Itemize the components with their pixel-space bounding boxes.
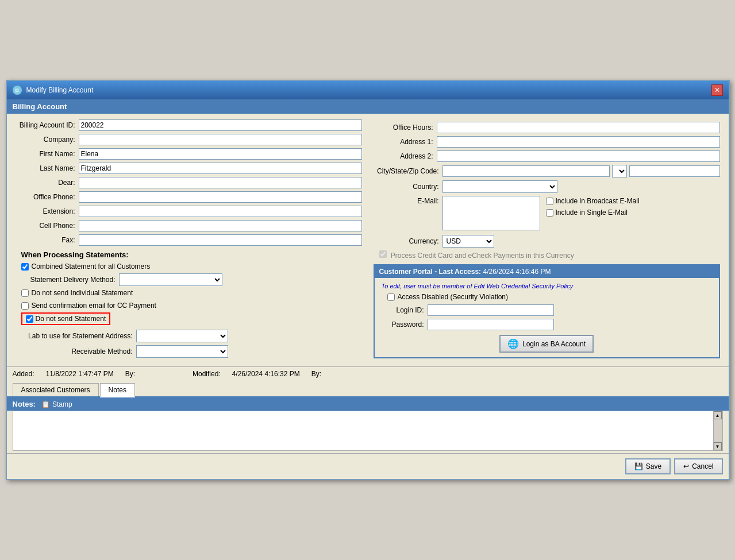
stamp-icon: 📋 — [41, 400, 50, 408]
city-state-zip-label: City/State/Zip Code: — [374, 167, 442, 175]
lab-to-use-select[interactable] — [136, 330, 228, 342]
left-column: Billing Account ID: Company: First Name:… — [16, 119, 362, 361]
company-input[interactable] — [79, 134, 362, 145]
right-column: Office Hours: Address 1: Address 2: City… — [374, 119, 720, 361]
company-label: Company: — [16, 136, 79, 144]
notes-content: ▲ ▼ — [13, 411, 723, 451]
receivable-method-select[interactable] — [136, 345, 228, 358]
do-not-send-statement-highlight: Do not send Statement — [21, 312, 111, 325]
do-not-send-statement-checkbox[interactable] — [26, 315, 33, 323]
notes-label: Notes: — [13, 400, 36, 408]
stamp-button[interactable]: 📋 Stamp — [41, 400, 72, 408]
do-not-send-individual-row: Do not send Individual Statement — [21, 289, 362, 297]
email-area: Include in Broadcast E-Mail Include in S… — [442, 196, 640, 230]
state-select[interactable] — [612, 165, 627, 177]
window-title: Modify Billing Account — [26, 86, 94, 94]
scrollbar-up[interactable]: ▲ — [714, 411, 722, 419]
notes-scrollbar: ▲ ▼ — [713, 411, 722, 450]
password-input[interactable] — [428, 319, 554, 330]
do-not-send-statement-label: Do not send Statement — [36, 315, 106, 323]
email-input[interactable] — [442, 196, 540, 230]
city-zip-group — [442, 165, 720, 177]
zip-input[interactable] — [629, 165, 720, 177]
do-not-send-individual-label: Do not send Individual Statement — [32, 289, 133, 297]
fax-row: Fax: — [16, 234, 362, 246]
include-broadcast-checkbox[interactable] — [546, 198, 553, 205]
address2-input[interactable] — [437, 150, 720, 162]
delivery-method-select[interactable] — [119, 273, 222, 286]
country-label: Country: — [374, 183, 442, 191]
tab-associated-customers[interactable]: Associated Customers — [13, 383, 99, 396]
cancel-label: Cancel — [692, 462, 713, 470]
dear-row: Dear: — [16, 177, 362, 188]
send-confirmation-row: Send confirmation email for CC Payment — [21, 302, 362, 310]
main-window: ⚙ Modify Billing Account ✕ Billing Accou… — [6, 80, 730, 480]
form-grid: Billing Account ID: Company: First Name:… — [16, 119, 720, 361]
stamp-label: Stamp — [52, 400, 72, 408]
save-label: Save — [646, 462, 661, 470]
cell-phone-input[interactable] — [79, 220, 362, 231]
address1-label: Address 1: — [374, 138, 437, 146]
globe-icon: 🌐 — [507, 338, 519, 349]
modified-label: Modified: — [193, 370, 221, 378]
last-name-label: Last Name: — [16, 164, 79, 172]
billing-account-header: Billing Account — [7, 99, 729, 114]
save-button[interactable]: 💾 Save — [625, 458, 671, 474]
office-phone-label: Office Phone: — [16, 193, 79, 201]
billing-account-id-input[interactable] — [79, 119, 362, 131]
do-not-send-individual-checkbox[interactable] — [21, 289, 29, 297]
do-not-send-statement-container: Do not send Statement — [21, 312, 362, 325]
first-name-input[interactable] — [79, 148, 362, 160]
cell-phone-label: Cell Phone: — [16, 222, 79, 230]
close-button[interactable]: ✕ — [711, 84, 723, 96]
password-label: Password: — [382, 320, 428, 329]
portal-header-label: Customer Portal - Last Access: — [379, 268, 482, 276]
include-single-checkbox[interactable] — [546, 209, 553, 217]
modified-by-label: By: — [311, 370, 321, 378]
address1-input[interactable] — [437, 136, 720, 148]
fax-input[interactable] — [79, 234, 362, 246]
login-id-row: Login ID: — [382, 304, 712, 316]
receivable-method-label: Receivable Method: — [16, 347, 136, 356]
fax-label: Fax: — [16, 236, 79, 244]
access-disabled-row: Access Disabled (Security Violation) — [387, 293, 712, 301]
delivery-method-label: Statement Delivery Method: — [16, 276, 119, 284]
combined-statement-checkbox[interactable] — [21, 263, 29, 271]
country-select[interactable] — [442, 180, 557, 193]
currency-row: Currency: USD — [374, 235, 720, 248]
email-row: E-Mail: Include in Broadcast E-Mail Incl… — [374, 196, 720, 230]
lab-to-use-row: Lab to use for Statement Address: — [16, 330, 362, 342]
portal-edit-note: To edit, user must be member of Edit Web… — [382, 283, 712, 289]
office-hours-input[interactable] — [437, 122, 720, 133]
portal-content: To edit, user must be member of Edit Web… — [375, 278, 719, 357]
combined-statement-row: Combined Statement for all Customers — [21, 262, 362, 271]
send-confirmation-checkbox[interactable] — [21, 302, 29, 310]
last-name-input[interactable] — [79, 163, 362, 174]
office-phone-row: Office Phone: — [16, 191, 362, 203]
extension-input[interactable] — [79, 206, 362, 217]
process-credit-row: Process Credit Card and eCheck Payments … — [379, 250, 720, 260]
title-bar: ⚙ Modify Billing Account ✕ — [7, 81, 729, 99]
password-row: Password: — [382, 319, 712, 330]
company-row: Company: — [16, 134, 362, 145]
process-credit-checkbox — [379, 250, 387, 258]
dear-input[interactable] — [79, 177, 362, 188]
login-btn-label: Login as BA Account — [522, 340, 586, 348]
scrollbar-down[interactable]: ▼ — [714, 442, 722, 450]
login-as-ba-button[interactable]: 🌐 Login as BA Account — [499, 335, 594, 353]
currency-select[interactable]: USD — [442, 235, 494, 248]
added-by-label: By: — [125, 370, 135, 378]
city-state-zip-row: City/State/Zip Code: — [374, 165, 720, 177]
login-id-input[interactable] — [428, 304, 554, 316]
include-broadcast-label: Include in Broadcast E-Mail — [546, 197, 640, 205]
office-phone-input[interactable] — [79, 191, 362, 203]
status-bar: Added: 11/8/2022 1:47:47 PM By: Modified… — [7, 366, 729, 381]
access-disabled-checkbox[interactable] — [387, 293, 395, 301]
added-label: Added: — [13, 370, 34, 378]
tab-notes[interactable]: Notes — [100, 383, 135, 397]
city-input[interactable] — [442, 165, 610, 177]
cancel-button[interactable]: ↩ Cancel — [674, 458, 722, 474]
address2-row: Address 2: — [374, 150, 720, 162]
send-confirmation-label: Send confirmation email for CC Payment — [32, 302, 156, 310]
modified-value: 4/26/2024 4:16:32 PM — [232, 370, 300, 378]
